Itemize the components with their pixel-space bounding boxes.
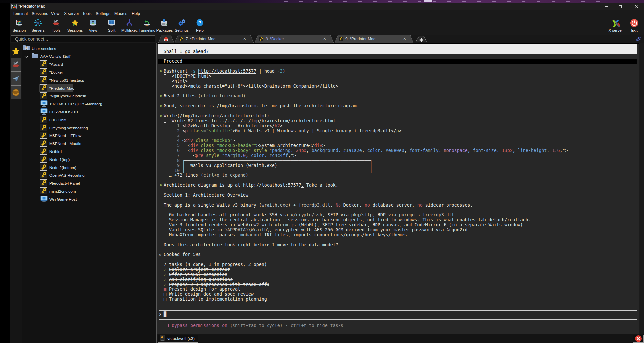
tab-9-predator-mac[interactable]: 9. *Predator Mac× bbox=[334, 35, 414, 43]
tree-item-ctg-unifi[interactable]: CTG Unifi bbox=[22, 116, 156, 124]
terminal-row: ⏺Read 2 files (ctrl+o to expand) bbox=[159, 94, 246, 98]
tree-item-pterodactyl-panel[interactable]: Pterodactyl Panel bbox=[22, 179, 156, 187]
terminal-row: ⏺Bash(curl -s http://localhost:57577 | h… bbox=[159, 69, 285, 74]
toolbar-label: View bbox=[83, 28, 104, 32]
play-glyph: ⏵ bbox=[166, 323, 169, 328]
terminal-row: ✓ Ask clarifying questions bbox=[159, 277, 233, 282]
tree-item--asgard[interactable]: *Asgard bbox=[22, 60, 156, 68]
session-icon bbox=[15, 19, 24, 28]
toolbar-button-view[interactable]: View bbox=[83, 18, 104, 32]
result-elbow-glyph: ⎿ bbox=[164, 118, 166, 123]
terminal-row: 5 <div class="mockup-header">System Arch… bbox=[159, 143, 325, 148]
tree-item-netbird[interactable]: Netbird bbox=[22, 147, 156, 155]
tree-item--docker[interactable]: *Docker bbox=[22, 68, 156, 76]
key-icon bbox=[40, 92, 47, 99]
sidebar-button-macros-panel[interactable] bbox=[11, 72, 21, 86]
tree-item-node-1-top-[interactable]: Node 1(top) bbox=[22, 155, 156, 163]
tree-item-greyming-webhosting[interactable]: Greyming Webhosting bbox=[22, 124, 156, 132]
menu-item-help[interactable]: Help bbox=[132, 11, 140, 16]
tree-item-mspnerd-itflow[interactable]: MSPNerd - ITFlow bbox=[22, 132, 156, 139]
tree-item--vigilcyber-helpdesk[interactable]: *VigilCyber-Helpdesk bbox=[22, 92, 156, 100]
tree-item-label: CLT-VMHOST01 bbox=[49, 110, 78, 114]
terminal-row: The app is a single Wails v3 binary (wra… bbox=[159, 203, 473, 208]
terminal-selected-option-band bbox=[158, 59, 637, 64]
tree-item-aaa-vantz-s-stuff[interactable]: AAA Vantz's Stuff bbox=[22, 52, 156, 60]
terminal-row: 2 <p class="subtitle">Go + Wails v3 | Wi… bbox=[159, 128, 402, 133]
tree-item-label: Greyming Webhosting bbox=[49, 126, 88, 130]
new-tab-button[interactable] bbox=[415, 36, 427, 42]
tab-close-icon[interactable]: × bbox=[403, 36, 406, 41]
key-icon bbox=[40, 124, 47, 131]
tree-item-win-game-host[interactable]: Win Game Host bbox=[22, 195, 156, 203]
terminal-row: ✳ Cooked for 59s bbox=[159, 252, 201, 257]
maximize-button[interactable] bbox=[616, 3, 626, 10]
tree-item-openvas-reporting[interactable]: OpenVAS-Reporting bbox=[22, 171, 156, 179]
paperclip-icon[interactable] bbox=[635, 35, 641, 43]
tree-item-user-sessions[interactable]: User sessions bbox=[22, 44, 156, 52]
terminal-row: ⏺Architecture diagram is up at http://lo… bbox=[159, 183, 338, 188]
sidebar-button-tools-panel[interactable] bbox=[11, 58, 21, 72]
session-tree: User sessionsAAA Vantz's Stuff*Asgard*Do… bbox=[22, 43, 156, 343]
result-elbow-glyph: ⎿ bbox=[164, 74, 166, 79]
tree-item-192-168-1-107-ups-monitor-[interactable]: 192.168.1.107 ([UPS-Monitor]) bbox=[22, 100, 156, 108]
terminal-row: ✓ Propose 2-3 approaches with trade-offs bbox=[159, 282, 269, 287]
tree-item-label: MSPNerd - Mautic bbox=[49, 141, 81, 146]
menu-item-macros[interactable]: Macros bbox=[114, 11, 127, 16]
terminal-status-line: ⏵⏵ bypass permissions on (shift+tab to c… bbox=[159, 323, 343, 328]
terminal-row: ✓ Explore project context bbox=[159, 267, 230, 272]
tree-item--predator-mac[interactable]: *Predator Mac bbox=[22, 84, 156, 92]
toolbar-label: X server bbox=[605, 28, 626, 32]
sidebar-button-sessions-panel[interactable] bbox=[11, 46, 20, 56]
menu-item-x-server[interactable]: X server bbox=[64, 11, 79, 16]
menu-item-sessions[interactable]: Sessions bbox=[32, 11, 48, 16]
menu-item-tools[interactable]: Tools bbox=[82, 11, 91, 16]
tab-8-docker[interactable]: 8. *Docker× bbox=[254, 35, 334, 43]
toolbar-button-help[interactable]: ?Help bbox=[189, 18, 210, 32]
tree-item-rmm-t2cnc-com[interactable]: rmm.t2cnc.com bbox=[22, 187, 156, 195]
background-tabs bbox=[284, 1, 608, 2]
tree-item-mspnerd-mautic[interactable]: MSPNerd - Mautic bbox=[22, 139, 156, 147]
window-title: *Predator Mac bbox=[18, 4, 45, 9]
toolbar-button-x-server[interactable]: X server bbox=[605, 18, 626, 32]
terminal-row: Proceed bbox=[159, 59, 182, 64]
tab-home[interactable] bbox=[158, 35, 174, 43]
tab-7-predator-mac[interactable]: 7. *Predator Mac× bbox=[174, 35, 254, 43]
menu-item-settings[interactable]: Settings bbox=[96, 11, 110, 16]
terminal-row: ⎿ Wrote 82 lines to ../../../../tmp/brai… bbox=[159, 118, 336, 123]
terminal-input[interactable]: ❯ █ bbox=[159, 312, 166, 317]
tool-bullet-icon: ⏺ bbox=[159, 94, 164, 98]
quick-connect-input[interactable]: Quick connect... bbox=[11, 35, 155, 42]
minimize-button[interactable] bbox=[601, 3, 611, 10]
toolbar-button-tools[interactable]: Tools bbox=[46, 18, 67, 32]
tree-item-node-2-bottom-[interactable]: Node 2(bottom) bbox=[22, 163, 156, 171]
view-icon bbox=[89, 19, 98, 28]
chevron-down-icon[interactable] bbox=[24, 54, 28, 58]
servers-icon bbox=[33, 19, 43, 28]
terminal[interactable]: Shall I go ahead? Proceed⏺Bash(curl -s h… bbox=[157, 44, 639, 334]
tab-close-icon[interactable]: × bbox=[243, 36, 246, 41]
menu-item-view[interactable]: View bbox=[51, 11, 59, 16]
terminal-close-button[interactable] bbox=[633, 335, 644, 343]
close-button[interactable] bbox=[631, 3, 641, 10]
user-sessions-button[interactable]: vstockwell (x3) bbox=[158, 335, 198, 343]
menu-item-terminal[interactable]: Terminal bbox=[13, 11, 28, 16]
folder-icon bbox=[31, 53, 39, 60]
input-box-border bbox=[159, 310, 637, 311]
toolbar-button-exit[interactable]: Exit bbox=[624, 18, 644, 32]
toolbar-label: Session bbox=[9, 28, 30, 32]
home-icon bbox=[163, 36, 169, 42]
toolbar-button-session[interactable]: Session bbox=[9, 18, 30, 32]
tab-close-icon[interactable]: × bbox=[323, 36, 326, 41]
svg-text:?: ? bbox=[198, 20, 201, 25]
toolbar-label: Help bbox=[189, 28, 210, 32]
terminal-scrollbar[interactable] bbox=[641, 299, 641, 329]
tab-key-icon bbox=[339, 37, 343, 41]
tab-bar: 7. *Predator Mac×8. *Docker×9. *Predator… bbox=[157, 35, 644, 43]
tree-item-clt-vmhost01[interactable]: CLT-VMHOST01 bbox=[22, 108, 156, 116]
key-icon bbox=[40, 179, 47, 187]
multiexec-icon bbox=[125, 19, 134, 28]
tree-item--new-cp01-heistacp[interactable]: *New-cp01-heistacp bbox=[22, 76, 156, 84]
sidebar-button-network-panel[interactable] bbox=[11, 86, 21, 99]
packages-icon bbox=[160, 19, 169, 28]
tool-bullet-icon: ⏺ bbox=[159, 113, 164, 118]
